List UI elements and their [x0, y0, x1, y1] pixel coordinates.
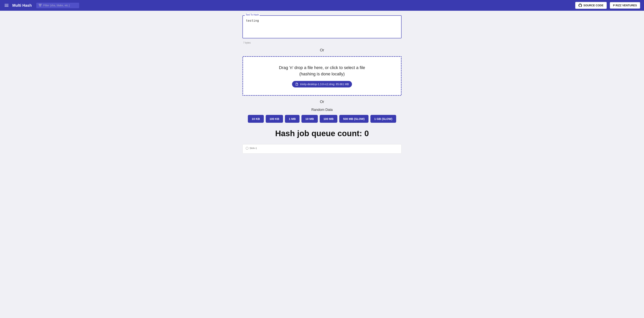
github-icon	[578, 4, 582, 7]
sha1-radio[interactable]	[246, 147, 248, 150]
sha-section-label: SHA-1	[246, 147, 398, 150]
sha1-label: SHA-1	[250, 147, 257, 150]
text-to-hash-container: Text To Hash testing	[242, 15, 402, 39]
random-data-buttons: 10 KB 100 KB 1 MB 10 MB 100 MB 500 MB (S…	[242, 115, 402, 123]
drop-zone-line1: Drag 'n' drop a file here, or click to s…	[247, 64, 397, 71]
source-code-label: SOURCE CODE	[584, 4, 604, 7]
vendor-button[interactable]: P RIZZ VENTURES	[610, 2, 640, 9]
or-divider-2: Or	[242, 100, 402, 104]
random-100mb-button[interactable]: 100 MB	[320, 115, 338, 123]
file-icon	[295, 82, 298, 86]
random-10mb-button[interactable]: 10 MB	[302, 115, 318, 123]
hash-queue-count: Hash job queue count: 0	[242, 129, 402, 138]
vendor-label: P RIZZ VENTURES	[613, 4, 637, 7]
navbar: Multi Hash SOURCE CODE P RIZZ VENTURES	[0, 0, 644, 11]
drop-zone[interactable]: Drag 'n' drop a file here, or click to s…	[242, 56, 402, 96]
filter-bar[interactable]	[36, 3, 79, 8]
random-100kb-button[interactable]: 100 KB	[266, 115, 283, 123]
file-badge: trinity-desktop-1.3.0-rc2.dmg: 85.661 MB	[292, 81, 352, 87]
text-to-hash-input[interactable]: testing	[242, 15, 402, 38]
or-divider-1: Or	[242, 48, 402, 52]
drop-zone-text: Drag 'n' drop a file here, or click to s…	[247, 64, 397, 77]
random-10kb-button[interactable]: 10 KB	[248, 115, 264, 123]
main-content: Text To Hash testing 7 bytes Or Drag 'n'…	[240, 11, 404, 158]
file-name: trinity-desktop-1.3.0-rc2.dmg: 85.661 MB	[300, 83, 349, 86]
drop-zone-line2: (hashing is done locally)	[247, 71, 397, 77]
sha-section: SHA-1	[242, 144, 402, 154]
text-to-hash-label: Text To Hash	[245, 13, 260, 16]
source-code-button[interactable]: SOURCE CODE	[575, 2, 607, 9]
hamburger-menu[interactable]	[4, 3, 9, 7]
filter-input[interactable]	[43, 4, 77, 7]
byte-count: 7 bytes	[243, 41, 402, 44]
random-1gb-button[interactable]: 1 GB (SLOW)	[370, 115, 396, 123]
app-title: Multi Hash	[12, 3, 32, 8]
filter-icon	[38, 4, 42, 7]
random-data-label: Random Data	[242, 108, 402, 112]
random-1mb-button[interactable]: 1 MB	[285, 115, 300, 123]
random-500mb-button[interactable]: 500 MB (SLOW)	[339, 115, 368, 123]
